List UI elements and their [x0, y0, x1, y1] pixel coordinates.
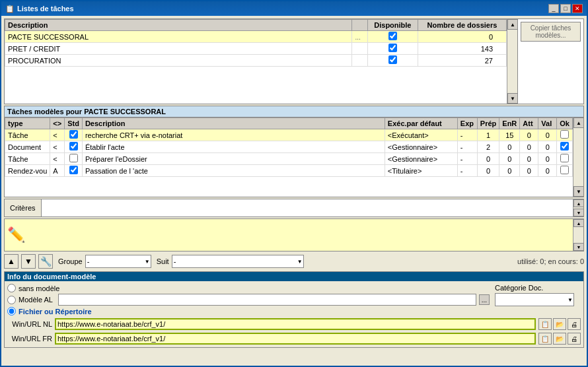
url-fr-print-btn[interactable]: 🖨: [568, 333, 581, 345]
row-prep: 2: [477, 141, 499, 153]
scroll-up-arrow[interactable]: ▲: [507, 19, 518, 30]
row-ok[interactable]: [557, 141, 573, 153]
radio-fichier[interactable]: [7, 307, 16, 316]
close-btn[interactable]: ✕: [572, 4, 583, 13]
row-nombre: 0: [418, 31, 506, 43]
row-att: 0: [520, 153, 538, 165]
row-exec: <Titulaire>: [385, 165, 457, 177]
criteres-scrollbar[interactable]: ▲ ▼: [573, 199, 583, 217]
col-description: Description: [82, 118, 385, 129]
row-ok[interactable]: [557, 165, 573, 177]
row-std[interactable]: [65, 153, 83, 165]
row-att: 0: [520, 129, 538, 141]
cat-doc-combo[interactable]: [495, 293, 574, 306]
suit-combo[interactable]: -: [172, 255, 304, 268]
table-row[interactable]: PACTE SUCCESSORAL ... 0: [5, 31, 507, 43]
groupe-combo-wrapper[interactable]: - ▼: [85, 255, 151, 268]
pencil-icon: ✏️: [7, 226, 25, 244]
col-dots: [352, 20, 367, 31]
note-scroll-down[interactable]: ▼: [573, 243, 584, 251]
criteres-scroll-down[interactable]: ▼: [573, 209, 584, 217]
table-row[interactable]: PRET / CREDIT 143: [5, 43, 507, 55]
col-nombre: Nombre de dossiers: [418, 20, 506, 31]
row-exp: -: [457, 141, 477, 153]
col-type: type: [5, 118, 50, 129]
note-scrollbar[interactable]: ▲ ▼: [573, 219, 583, 251]
main-window: 📋 Listes de tâches _ □ ✕ Description: [0, 0, 588, 367]
row-desc: Établir l'acte: [82, 141, 385, 153]
middle-scrollbar[interactable]: ▲ ▼: [573, 117, 583, 197]
middle-scroll-up[interactable]: ▲: [573, 117, 583, 128]
row-std[interactable]: [65, 141, 83, 153]
cat-doc-combo-wrapper[interactable]: ▼: [495, 293, 574, 306]
window-controls[interactable]: _ □ ✕: [548, 4, 583, 13]
row-disponible[interactable]: [367, 55, 418, 67]
scroll-down-arrow[interactable]: ▼: [507, 93, 518, 104]
groupe-label: Groupe: [58, 257, 83, 265]
row-prep: 0: [477, 153, 499, 165]
row-arrow: <: [50, 141, 65, 153]
url-nl-copy-btn[interactable]: 📋: [538, 318, 552, 330]
url-nl-print-btn[interactable]: 🖨: [568, 318, 581, 330]
row-description: PROCURATION: [5, 55, 352, 67]
radio-sans-modele[interactable]: [7, 284, 16, 292]
row-disponible[interactable]: [367, 31, 418, 43]
row-std[interactable]: [65, 129, 83, 141]
url-nl-folder-btn[interactable]: 📂: [553, 318, 566, 330]
copy-tasks-btn[interactable]: Copier tâches modèles...: [521, 22, 581, 42]
col-description: Description: [5, 20, 352, 31]
row-desc: Passation de l 'acte: [82, 165, 385, 177]
taches-modeles-table-area: type <> Std Description Exéc.par défaut …: [5, 117, 583, 197]
groupe-combo[interactable]: -: [85, 255, 151, 268]
row-val: 0: [538, 141, 557, 153]
tache-row[interactable]: Document < Établir l'acte <Gestionnaire>…: [5, 141, 573, 153]
task-list-table: Description Disponible Nombre de dossier…: [5, 19, 507, 104]
row-dots[interactable]: ...: [352, 31, 367, 43]
task-list-section: Description Disponible Nombre de dossier…: [4, 18, 584, 104]
info-doc-section: Info du document-modèle sans modèle Modè…: [4, 271, 584, 348]
maximize-btn[interactable]: □: [560, 4, 571, 13]
row-exp: -: [457, 129, 477, 141]
modele-al-input[interactable]: [58, 294, 476, 306]
criteres-tab[interactable]: Critères: [5, 199, 42, 217]
url-nl-input[interactable]: [55, 318, 536, 330]
col-val: Val: [538, 118, 557, 129]
minimize-btn[interactable]: _: [548, 4, 559, 13]
suit-combo-wrapper[interactable]: - ▼: [172, 255, 304, 268]
url-fr-row: Win/URL FR 📋 📂 🖨: [7, 333, 581, 345]
tache-row[interactable]: Tâche < Préparer l'eDossier <Gestionnair…: [5, 153, 573, 165]
col-enr: EnR: [499, 118, 520, 129]
top-scrollbar[interactable]: ▲ ▼: [507, 19, 517, 104]
window-title: 📋 Listes de tâches: [5, 5, 74, 13]
radio-modele-al[interactable]: [7, 296, 16, 304]
row-ok[interactable]: [557, 129, 573, 141]
row-desc: recherche CRT+ via e-notariat: [82, 129, 385, 141]
url-nl-label: Win/URL NL: [7, 320, 52, 328]
modele-al-dots-btn[interactable]: ...: [479, 294, 490, 305]
table-row[interactable]: PROCURATION 27: [5, 55, 507, 67]
move-down-btn[interactable]: ▼: [21, 254, 36, 269]
row-std[interactable]: [65, 165, 83, 177]
settings-btn[interactable]: 🔧: [38, 254, 53, 269]
row-exp: -: [457, 153, 477, 165]
row-type: Document: [5, 141, 50, 153]
url-fr-input[interactable]: [55, 333, 536, 345]
url-fr-copy-btn[interactable]: 📋: [538, 333, 552, 345]
note-scroll-up[interactable]: ▲: [573, 219, 584, 227]
criteres-scroll-up[interactable]: ▲: [573, 199, 584, 207]
row-att: 0: [520, 165, 538, 177]
row-ok[interactable]: [557, 153, 573, 165]
row-enr: 15: [499, 129, 520, 141]
col-exp: Exp: [457, 118, 477, 129]
url-fr-folder-btn[interactable]: 📂: [553, 333, 566, 345]
row-nombre: 143: [418, 43, 506, 55]
row-disponible[interactable]: [367, 43, 418, 55]
suit-label: Suit: [157, 257, 169, 265]
move-up-btn[interactable]: ▲: [4, 254, 18, 269]
col-disponible: Disponible: [367, 20, 418, 31]
middle-scroll-down[interactable]: ▼: [573, 186, 583, 197]
row-val: 0: [538, 165, 557, 177]
tache-row[interactable]: Tâche < recherche CRT+ via e-notariat <E…: [5, 129, 573, 141]
scroll-track: [507, 30, 517, 93]
tache-row[interactable]: Rendez-vou A Passation de l 'acte <Titul…: [5, 165, 573, 177]
